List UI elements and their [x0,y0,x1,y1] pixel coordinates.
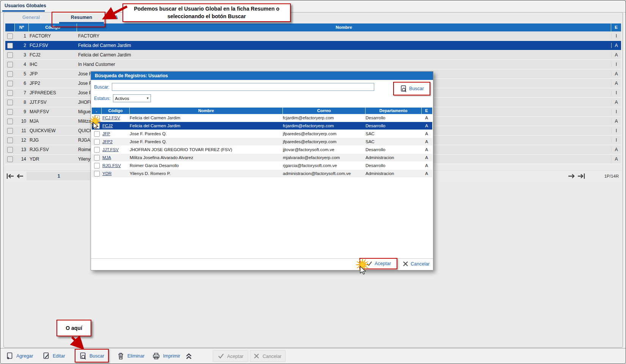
status-select[interactable]: Activos ▼ [113,94,151,102]
dialog-table-row[interactable]: FCJ.FSV Felicia del Carmen Jardim fcjard… [92,114,432,122]
dialog-title: Búsqueda de Registros: Usuarios [91,72,433,80]
row-estatus: A [422,155,431,160]
row-nombre: Jose F. Paredes Q. [130,131,283,136]
row-nombre: JHOFRAN JOSE GREGORIO TOVAR PEREZ (FSV) [130,147,283,152]
row-nombre: Felicia del Carmen Jardim [76,43,611,48]
row-estatus: I [611,128,621,133]
dialog-cancelar-button[interactable]: Cancelar [403,261,430,267]
dialog-table-row[interactable]: YDR Yilenys D. Romero P. administracion@… [92,170,432,178]
row-checkbox[interactable] [7,90,13,96]
prev-page-icon [16,173,24,180]
status-label: Estatus: [94,96,110,101]
row-codigo-link[interactable]: FCJ.FSV [102,116,130,120]
current-page-indicator: 1 [27,172,91,180]
row-checkbox-cell [5,128,14,134]
row-correo: rjgarcia@factorysoft.com.ve [283,163,366,168]
row-estatus: A [611,43,621,48]
tab-strip: General Resumen A [4,12,623,23]
row-checkbox[interactable] [7,109,13,115]
row-checkbox[interactable] [94,147,100,153]
row-checkbox[interactable] [7,52,13,58]
printer-icon [152,352,160,360]
prev-page-button[interactable] [15,172,25,180]
editar-button[interactable]: Editar [42,352,65,360]
search-input[interactable] [112,83,374,91]
dialog-table-row[interactable]: FCJ2 Felicia del Carmen Jardim fcjardim@… [92,122,432,130]
row-num: 14 [14,156,28,162]
row-codigo: YDR [28,156,76,162]
row-checkbox[interactable] [94,139,100,145]
dialog-table-row[interactable]: JFP Jose F. Paredes Q. jfparedes@efactor… [92,130,432,138]
row-estatus: A [422,139,431,144]
row-checkbox[interactable] [7,156,13,162]
next-page-button[interactable] [566,172,576,180]
annotation-callout: Podemos buscar el Usuario Global en la f… [122,3,291,22]
row-checkbox[interactable] [7,81,13,86]
row-checkbox[interactable] [94,115,100,121]
first-page-button[interactable] [5,172,15,180]
tab-resumen[interactable]: Resumen [59,15,104,20]
dialog-status-row: Estatus: Activos ▼ [94,94,151,102]
row-checkbox-cell [5,81,14,86]
tab-general[interactable]: General [12,15,50,20]
dialog-table-row[interactable]: JJT.FSV JHOFRAN JOSE GREGORIO TOVAR PERE… [92,146,432,154]
row-correo: fcjardim@efactoryerp.com [283,116,366,120]
row-checkbox[interactable] [7,71,13,77]
row-estatus: I [611,62,621,67]
dialog-buscar-button[interactable]: Buscar [393,82,430,95]
row-checkbox[interactable] [7,128,13,134]
trash-icon [117,352,125,360]
row-checkbox[interactable] [94,163,100,169]
row-codigo: JFPAREDES [28,90,76,95]
cancelar-button-disabled[interactable]: Cancelar [250,350,286,362]
table-row[interactable]: 2 FCJ.FSV Felicia del Carmen Jardim A [5,41,621,50]
row-checkbox[interactable] [94,171,100,177]
row-num: 2 [14,43,28,48]
row-checkbox-cell [5,90,14,96]
row-checkbox[interactable] [7,100,13,105]
row-checkbox-cell [5,33,14,39]
imprimir-button[interactable]: Imprimir [152,352,180,360]
row-codigo: IHC [28,62,76,67]
table-row[interactable]: 4 IHC In Hand Customer I [5,60,621,69]
row-estatus: A [611,52,621,58]
row-checkbox[interactable] [94,123,100,129]
row-checkbox[interactable] [7,119,13,124]
dialog-table-row[interactable]: MJA Militza Josefina Alvarado Alvarez mj… [92,154,432,162]
collapse-toolbar-button[interactable] [184,352,193,360]
eliminar-button[interactable]: Eliminar [117,352,144,360]
dialog-table-row[interactable]: RJG.FSV Roimer Garcia Desarrollo rjgarci… [92,162,432,170]
row-codigo-link[interactable]: MJA [102,155,130,160]
table-row[interactable]: 3 FCJ2 Felicia del Carmen Jardim A [5,50,621,60]
row-codigo-link[interactable]: JJT.FSV [102,147,130,152]
row-codigo-link[interactable]: YDR [102,171,130,176]
table-row[interactable]: 1 FACTORY FACTORY I [5,31,621,41]
row-checkbox-cell [5,109,14,115]
dialog-table-row[interactable]: JFP2 Jose F. Paredes Q. jfparedes@efacto… [92,138,432,146]
row-checkbox[interactable] [94,131,100,137]
row-checkbox[interactable] [7,43,13,48]
row-checkbox[interactable] [7,147,13,153]
buscar-button[interactable]: Buscar [79,352,104,360]
row-codigo-link[interactable]: FCJ2 [102,123,130,128]
app-tab-usuarios-globales[interactable]: Usuarios Globales [5,3,46,8]
row-codigo-link[interactable]: JFP [102,131,130,136]
row-checkbox[interactable] [7,137,13,143]
row-departamento: SAC [366,131,422,136]
row-departamento: Desarrollo [366,116,422,120]
row-checkbox[interactable] [94,155,100,161]
aceptar-button-disabled[interactable]: Aceptar [213,350,248,362]
row-checkbox-cell [5,52,14,58]
row-num: 10 [14,119,28,124]
row-checkbox[interactable] [7,62,13,67]
x-icon [254,353,259,359]
agregar-button[interactable]: Agregar [6,352,33,360]
row-codigo-link[interactable]: JFP2 [102,139,130,144]
row-num: 12 [14,137,28,143]
header-estatus: E [611,23,621,31]
row-checkbox[interactable] [7,33,13,39]
row-departamento: Desarrollo [366,163,422,168]
last-page-button[interactable] [576,172,586,180]
row-codigo: FCJ2 [28,52,76,58]
row-codigo-link[interactable]: RJG.FSV [102,163,130,168]
